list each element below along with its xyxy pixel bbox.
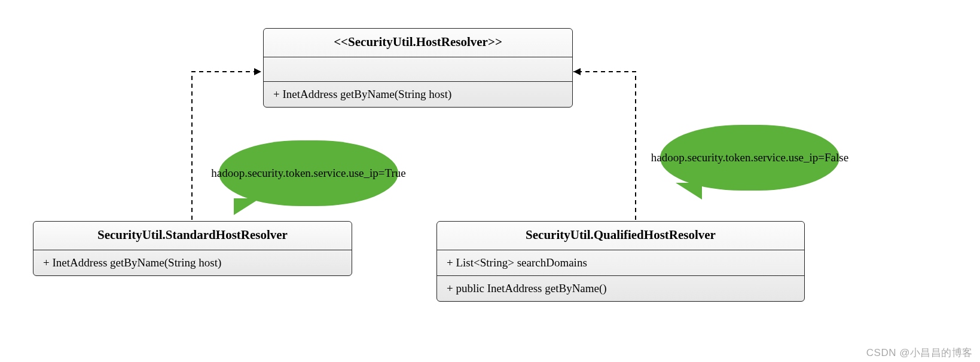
realization-qualified (573, 72, 636, 220)
note-right-text: hadoop.security.token.service.use_ip=Fal… (651, 150, 848, 165)
note-left-tail (234, 198, 260, 215)
qualified-resolver-title: SecurityUtil.QualifiedHostResolver (437, 222, 804, 250)
qualified-resolver-method: + public InetAddress getByName() (437, 275, 804, 301)
interface-method: + InetAddress getByName(String host) (264, 82, 572, 107)
note-right-tail (676, 183, 702, 200)
note-left-text: hadoop.security.token.service.use_ip=Tru… (211, 165, 405, 181)
interface-title: <<SecurityUtil.HostResolver>> (264, 29, 572, 57)
interface-attributes-empty (264, 57, 572, 82)
qualified-resolver-field: + List<String> searchDomains (437, 250, 804, 275)
watermark: CSDN @小昌昌的博客 (866, 346, 973, 360)
qualified-resolver-box: SecurityUtil.QualifiedHostResolver + Lis… (436, 221, 805, 302)
note-left-bubble: hadoop.security.token.service.use_ip=Tru… (219, 140, 398, 206)
standard-resolver-box: SecurityUtil.StandardHostResolver + Inet… (33, 221, 352, 276)
note-right-bubble: hadoop.security.token.service.use_ip=Fal… (660, 125, 839, 191)
standard-resolver-title: SecurityUtil.StandardHostResolver (33, 222, 352, 250)
interface-box: <<SecurityUtil.HostResolver>> + InetAddr… (263, 28, 573, 108)
standard-resolver-method: + InetAddress getByName(String host) (33, 250, 352, 275)
